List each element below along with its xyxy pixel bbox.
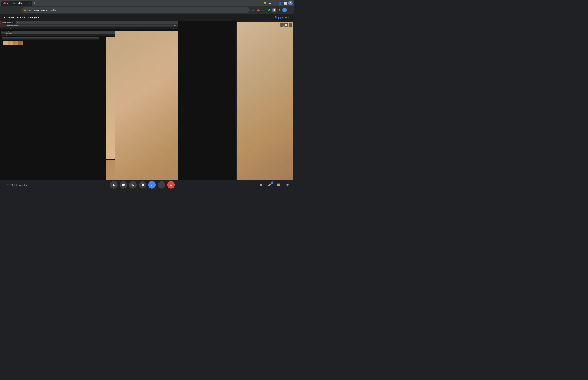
mic-button[interactable] [110,181,117,189]
nested-icon-1e[interactable]: ⋮ [177,25,178,26]
nested-screen-content-2: Meet - tnj-esni-ikb × + ←→↻ meet.google.… [0,29,178,190]
new-tab-button[interactable]: + [32,1,37,6]
url-text: meet.google.com/tnj-esni-ikb [27,9,56,11]
tab-favicon [3,2,6,4]
nested-tab-title-1: Meet - tnj-esni-ikb [3,22,12,23]
nested-url-2: meet.google.com/tnj-esni-ikb [6,33,12,34]
nested-reload-1[interactable]: ↻ [4,25,6,26]
browser-action-icons: 📺 📥 ☆ 🧩 G ⊞ G ⋮ [251,8,292,12]
bookmark-icon[interactable]: ⭐ [268,1,272,5]
profile-avatar[interactable]: G [288,1,293,5]
nested-browser-chrome-1: Meet - tnj-esni-ikb × + ⌄ [0,21,178,24]
nested-francois-video: François Beaufort [115,31,178,190]
tab-title: Meet - tnj-esni-ikb [7,2,28,4]
info-icon-btn[interactable] [258,182,264,188]
back-button[interactable]: ← [2,8,7,12]
francois-more-btn[interactable]: ⋯ [280,23,284,27]
nested-new-tab-2[interactable]: + [12,31,13,32]
nested-tab-close-1[interactable]: × [12,22,13,23]
level-3-chrome [2,37,99,38]
presenting-icon: ⬆ [3,16,6,19]
nested-icon-1d[interactable]: 👤 [175,25,176,26]
browser-nav-bar: ← → ↻ 🔒 meet.google.com/tnj-esni-ikb 📺 📥… [0,6,294,14]
nested-icon-1a[interactable]: 📺 [171,25,172,26]
nested-back-2[interactable]: ←→↻ [2,33,5,34]
extensions-icon[interactable]: 🧩 [263,1,267,5]
browser-tab-bar: Meet - tnj-esni-ikb × + [1,0,261,6]
stop-presenting-button[interactable]: Stop presenting [275,16,291,19]
main-content-area: Meet - tnj-esni-ikb × + ⌄ ← → ↻ meet.goo… [0,21,294,190]
nested-forward-1[interactable]: → [2,25,4,26]
nested-new-tab-1[interactable]: + [17,22,19,24]
grid-icon[interactable]: ⊞ [277,8,281,12]
raise-hand-button[interactable] [139,181,146,189]
profile-management-icon[interactable]: 👤 [278,1,282,5]
nested-nav-bar-1: ← → ↻ meet.google.com/tnj-esni-ikb 📺 ☆ 🧩… [0,24,178,27]
right-panel: ⋯ ⬜ ⤡ François Beaufort You ⋯ ⬜ ⤡ [236,21,294,190]
tiny-video-4 [18,41,23,45]
meeting-code: tnj-esni-ikb [16,184,27,186]
activities-icon-btn[interactable] [285,182,291,188]
nested-nav-icons-1: 📺 ☆ 🧩 👤 ⋮ [171,25,178,26]
puzzle-icon[interactable]: 🧩 [267,8,271,12]
tab-close-button[interactable]: × [29,2,30,4]
francois-fullscreen-btn[interactable]: ⤡ [288,23,292,27]
end-call-button[interactable] [167,181,175,189]
chat-icon-btn[interactable] [276,182,282,188]
toolbar-left: 11:22 AM | tnj-esni-ikb [3,184,27,186]
captions-button[interactable]: CC [129,181,137,189]
people-icon-btn[interactable]: 3 [267,182,273,188]
nested-back-1[interactable]: ← [1,25,2,26]
level-3-inner [2,37,99,190]
more-options-icon[interactable]: ⋮ [288,8,292,12]
downloads-icon[interactable]: ⬇ [273,1,277,5]
nested-tab-favicon-1 [2,22,3,23]
camera-button[interactable] [120,181,127,189]
tiny-video-1 [3,41,8,45]
francois-video-controls: ⋯ ⬜ ⤡ [280,23,292,27]
address-bar[interactable]: 🔒 meet.google.com/tnj-esni-ikb [21,7,250,13]
francois-pip-btn[interactable]: ⬜ [284,23,288,27]
browser-chrome: Meet - tnj-esni-ikb × + 🧩 ⭐ ⬇ 👤 ⬜ G [0,0,294,6]
toolbar-right: 3 [258,182,291,188]
nested-presenting-banner-1: You're presenting to everyone Stop prese… [0,27,178,29]
reload-button[interactable]: ↻ [15,8,20,12]
nested-tab-title-2: Meet - tnj-esni-ikb [4,31,9,32]
window-controls-icon[interactable]: ⬜ [283,1,287,5]
nested-screen-content: Meet - tnj-esni-ikb × + ⌄ ← → ↻ meet.goo… [0,21,178,190]
present-button[interactable] [148,181,156,189]
forward-button[interactable]: → [8,8,13,12]
nested-url-1: meet.google.com/tnj-esni-ikb [7,25,18,26]
level-3-nav [2,38,99,39]
nested-tab-favicon-2 [2,31,3,32]
francois-face-bg [237,22,293,190]
toolbar-center: CC ⋮ [110,181,175,189]
account-icon[interactable]: G [283,8,287,12]
sync-profile-icon[interactable]: G [272,8,276,12]
nested-banner-text-2: You're presenting to everyone [2,35,10,36]
meeting-separator: | [14,184,15,186]
tiny-video-2 [8,41,13,45]
nested-presenting-text-1: You're presenting to everyone [1,28,12,29]
screen-share-area: Meet - tnj-esni-ikb × + ⌄ ← → ↻ meet.goo… [0,21,236,190]
nested-icon-1b[interactable]: ☆ [172,25,173,26]
presenting-text: You're presenting to everyone [8,16,39,19]
save-icon[interactable]: 📥 [257,8,261,12]
browser-tab-active[interactable]: Meet - tnj-esni-ikb × [1,1,32,6]
nested-stop-btn-1[interactable]: Stop presenting [171,28,177,29]
cast-icon[interactable]: 📺 [251,8,256,12]
meeting-time: 11:22 AM [3,184,13,186]
presenting-left: ⬆ You're presenting to everyone [3,16,39,19]
people-count-badge: 3 [271,182,273,184]
nested-tab-1: Meet - tnj-esni-ikb × [1,21,16,24]
francois-main-video: ⋯ ⬜ ⤡ François Beaufort [237,22,293,190]
bottom-toolbar: 11:22 AM | tnj-esni-ikb CC ⋮ [0,180,294,190]
nested-close-2[interactable]: × [10,31,10,32]
nested-icon-1c[interactable]: 🧩 [173,25,175,26]
tiny-video-3 [13,41,18,45]
star-icon[interactable]: ☆ [262,8,266,12]
nested-address-1[interactable]: meet.google.com/tnj-esni-ikb [6,25,170,26]
nested-right-videos: François Beaufort You [115,31,178,190]
level-3-screen [2,40,99,190]
more-options-button[interactable]: ⋮ [158,181,165,189]
